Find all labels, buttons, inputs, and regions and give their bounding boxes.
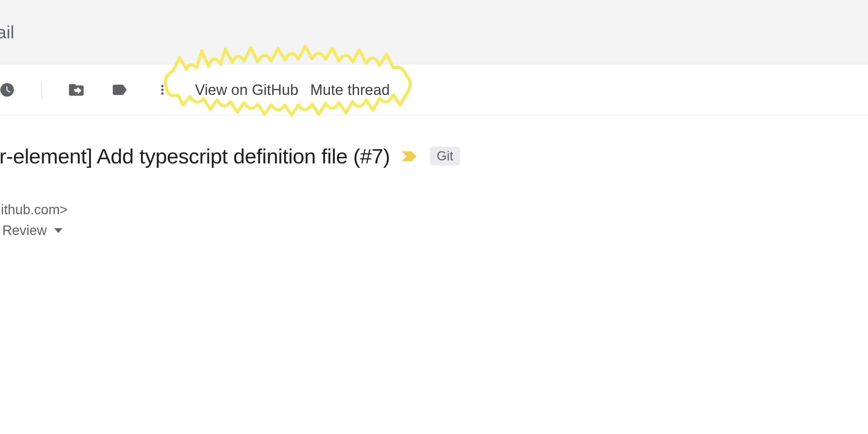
move-to-button[interactable] [64, 78, 88, 102]
search-bar [0, 0, 868, 64]
recipients-row[interactable]: ne, Review [0, 223, 868, 238]
recipients-text: ne, Review [0, 223, 47, 238]
more-button[interactable] [150, 78, 175, 102]
snooze-button[interactable] [0, 78, 19, 102]
label-chip[interactable]: Git [430, 147, 460, 165]
label-icon [111, 81, 128, 99]
folder-arrow-icon [67, 81, 85, 99]
labels-button[interactable] [107, 78, 132, 102]
email-subject: der-element] Add typescript definition f… [0, 144, 390, 168]
chevron-down-icon [54, 228, 62, 233]
view-on-github-button[interactable]: View on GitHub [195, 81, 298, 98]
custom-toolbar-buttons: View on GitHub Mute thread [195, 81, 390, 98]
subject-area: der-element] Add typescript definition f… [0, 115, 868, 168]
search-input[interactable] [0, 22, 821, 42]
clock-icon [0, 82, 15, 98]
mute-thread-button[interactable]: Mute thread [310, 81, 390, 98]
important-marker[interactable] [400, 149, 420, 163]
sender-area: @github.com> ne, Review [0, 168, 868, 238]
important-marker-icon [400, 149, 420, 163]
toolbar-divider [41, 81, 42, 98]
more-vert-icon [155, 82, 170, 97]
toolbar-icon-group [0, 78, 175, 102]
action-toolbar: View on GitHub Mute thread [0, 64, 868, 115]
sender-email: @github.com> [0, 202, 868, 217]
